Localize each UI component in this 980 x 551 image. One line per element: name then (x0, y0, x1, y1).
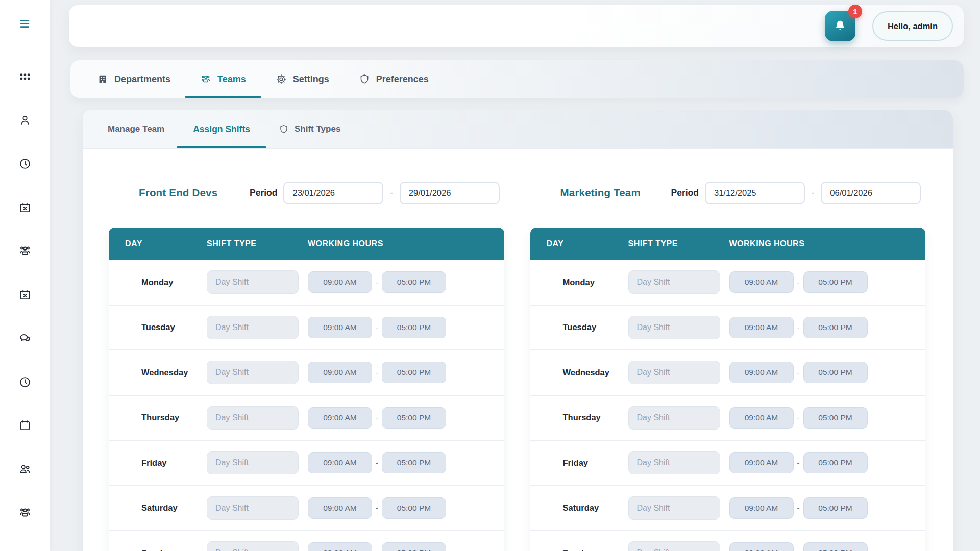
day-cell: Sunday (125, 548, 207, 551)
start-time-input[interactable]: 09:00 AM (308, 362, 372, 383)
end-time-input[interactable]: 05:00 PM (382, 317, 446, 338)
sidebar-item-calendar-remove[interactable] (18, 288, 32, 302)
start-time-input[interactable]: 09:00 AM (308, 271, 372, 293)
team-panel-header: Front End Devs Period 23/01/2026 - 29/01… (109, 182, 504, 204)
start-time-input[interactable]: 09:00 AM (308, 407, 372, 429)
shift-type-cell: Day Shift (628, 270, 729, 294)
end-time-input[interactable]: 05:00 PM (382, 407, 446, 429)
subtab-manage-team[interactable]: Manage Team (108, 110, 164, 148)
sidebar-item-users-group[interactable] (18, 244, 32, 258)
day-cell: Thursday (125, 412, 207, 423)
shift-type-select[interactable]: Day Shift (207, 541, 299, 551)
shift-type-select[interactable]: Day Shift (628, 541, 720, 551)
main-tabs: DepartmentsTeamsSettingsPreferences (70, 60, 964, 98)
tab-preferences[interactable]: Preferences (359, 60, 429, 98)
sidebar-item-calendar[interactable] (18, 419, 32, 432)
sidebar-item-users-group[interactable] (18, 506, 32, 519)
tab-settings[interactable]: Settings (276, 60, 329, 98)
shift-type-select[interactable]: Day Shift (207, 270, 299, 294)
start-time-input[interactable]: 09:00 AM (729, 271, 794, 293)
team-name: Front End Devs (139, 187, 217, 199)
column-working-hours: WORKING HOURS (308, 239, 504, 248)
end-time-input[interactable]: 05:00 PM (803, 497, 868, 519)
end-time-input[interactable]: 05:00 PM (803, 542, 868, 551)
bell-icon (833, 19, 847, 33)
greeting-button[interactable]: Hello, admin (872, 11, 953, 41)
shift-type-select[interactable]: Day Shift (628, 451, 720, 474)
menu-button[interactable] (15, 14, 35, 33)
start-time-input[interactable]: 09:00 AM (729, 452, 794, 473)
calendar-icon (547, 412, 557, 423)
shift-type-select[interactable]: Day Shift (207, 451, 299, 474)
end-time-input[interactable]: 05:00 PM (803, 317, 868, 338)
shift-type-select[interactable]: Day Shift (628, 361, 720, 384)
shift-row: Monday Day Shift 09:00 AM - 05:00 PM (530, 260, 926, 306)
working-hours-cell: 09:00 AM - 05:00 PM (308, 271, 504, 293)
start-time-input[interactable]: 09:00 AM (729, 317, 794, 338)
calendar-icon (547, 277, 557, 288)
shift-type-select[interactable]: Day Shift (628, 406, 720, 430)
end-time-input[interactable]: 05:00 PM (382, 452, 446, 473)
period-group: Period 23/01/2026 - 29/01/2026 (234, 182, 500, 204)
calendar-icon (125, 412, 136, 423)
sidebar-item-user[interactable] (18, 114, 32, 127)
shift-row: Tuesday Day Shift 09:00 AM - 05:00 PM (530, 306, 926, 351)
content-card: Manage TeamAssign ShiftsShift Types Fron… (83, 110, 953, 551)
shift-row: Wednesday Day Shift 09:00 AM - 05:00 PM (109, 350, 504, 396)
period-end-input[interactable]: 29/01/2026 (400, 182, 500, 204)
sidebar-item-users-pair[interactable] (18, 463, 32, 476)
end-time-input[interactable]: 05:00 PM (382, 497, 446, 519)
column-shift-type: SHIFT TYPE (628, 239, 729, 248)
shift-row: Saturday Day Shift 09:00 AM - 05:00 PM (109, 486, 504, 532)
shift-type-value: Day Shift (215, 504, 249, 513)
shift-type-select[interactable]: Day Shift (207, 496, 299, 520)
start-time-input[interactable]: 09:00 AM (308, 542, 372, 551)
end-time-input[interactable]: 05:00 PM (382, 362, 446, 383)
shift-type-select[interactable]: Day Shift (207, 406, 299, 430)
calendar-icon (125, 458, 136, 468)
day-label: Thursday (563, 413, 601, 422)
time-dash: - (376, 323, 378, 332)
end-time-input[interactable]: 05:00 PM (803, 407, 868, 429)
end-time-input[interactable]: 05:00 PM (382, 271, 446, 293)
sidebar-item-calendar-remove[interactable] (18, 201, 32, 214)
end-time-input[interactable]: 05:00 PM (803, 362, 868, 383)
working-hours-cell: 09:00 AM - 05:00 PM (308, 317, 504, 338)
tab-departments[interactable]: Departments (97, 60, 170, 98)
shift-type-value: Day Shift (637, 368, 670, 377)
start-time-input[interactable]: 09:00 AM (308, 497, 372, 519)
shift-type-select[interactable]: Day Shift (628, 496, 720, 520)
sidebar-item-clock[interactable] (18, 375, 32, 389)
subtab-shift-types[interactable]: Shift Types (279, 110, 340, 148)
shift-type-select[interactable]: Day Shift (207, 316, 299, 339)
end-time-input[interactable]: 05:00 PM (803, 271, 868, 293)
end-time-input[interactable]: 05:00 PM (803, 452, 868, 473)
subtab-assign-shifts[interactable]: Assign Shifts (193, 110, 250, 148)
day-cell: Wednesday (125, 367, 207, 378)
start-time-input[interactable]: 09:00 AM (308, 317, 372, 338)
sidebar-item-clock[interactable] (18, 157, 32, 170)
shift-row: Sunday Day Shift 09:00 AM - 05:00 PM (109, 531, 504, 551)
tab-label: Teams (217, 74, 246, 85)
chevron-down-icon (704, 504, 713, 513)
tab-teams[interactable]: Teams (200, 60, 246, 98)
calendar-icon (125, 548, 136, 551)
shift-type-value: Day Shift (215, 278, 249, 287)
shift-type-select[interactable]: Day Shift (628, 270, 720, 294)
notifications-button[interactable]: 1 (825, 11, 855, 41)
start-time-input[interactable]: 09:00 AM (729, 497, 794, 519)
period-start-input[interactable]: 23/01/2026 (283, 182, 383, 204)
start-time-input[interactable]: 09:00 AM (308, 452, 372, 473)
shift-type-value: Day Shift (637, 278, 670, 287)
shift-type-select[interactable]: Day Shift (628, 316, 720, 339)
start-time-input[interactable]: 09:00 AM (729, 362, 794, 383)
start-time-input[interactable]: 09:00 AM (729, 542, 794, 551)
period-start-input[interactable]: 31/12/2025 (705, 182, 805, 204)
shift-type-select[interactable]: Day Shift (207, 361, 299, 384)
clock-icon (18, 157, 32, 170)
start-time-input[interactable]: 09:00 AM (729, 407, 794, 429)
sidebar-item-chat[interactable] (18, 332, 32, 345)
period-end-input[interactable]: 06/01/2026 (821, 182, 921, 204)
sidebar-item-apps-grid[interactable] (18, 70, 32, 83)
end-time-input[interactable]: 05:00 PM (382, 542, 446, 551)
